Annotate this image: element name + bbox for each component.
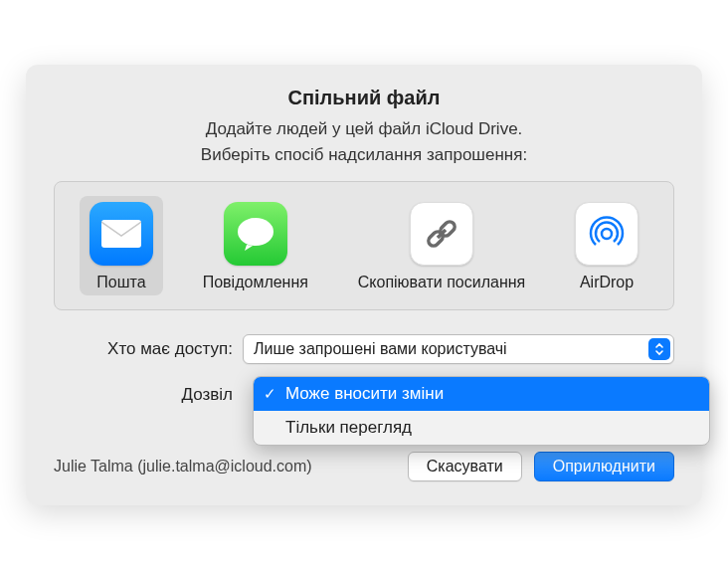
method-label: Пошта [96, 274, 145, 291]
current-user: Julie Talma (julie.talma@icloud.com) [54, 458, 396, 475]
method-label: Повідомлення [203, 274, 308, 291]
access-value: Лише запрошені вами користувачі [254, 340, 507, 358]
invite-methods-panel: Пошта Повідомлення Скопіювати посилання … [54, 181, 674, 310]
svg-point-4 [602, 229, 612, 239]
link-icon [410, 202, 473, 266]
method-airdrop[interactable]: AirDrop [565, 196, 648, 295]
share-button[interactable]: Оприлюднити [534, 452, 674, 481]
method-label: AirDrop [580, 274, 634, 291]
method-messages[interactable]: Повідомлення [193, 196, 318, 295]
permission-option-view-only[interactable]: Тільки перегляд [254, 411, 709, 445]
svg-rect-3 [439, 219, 456, 237]
cancel-button[interactable]: Скасувати [408, 452, 522, 481]
svg-point-1 [238, 218, 273, 246]
option-label: Може вносити зміни [285, 384, 444, 404]
method-label: Скопіювати посилання [358, 274, 526, 291]
dialog-footer: Julie Talma (julie.talma@icloud.com) Ска… [54, 452, 674, 481]
svg-rect-0 [101, 220, 141, 248]
permission-row: Дозвіл ✓ Може вносити зміни Тільки перег… [54, 378, 674, 412]
access-row: Хто має доступ: Лише запрошені вами кори… [54, 334, 674, 364]
dialog-title: Спільний файл [54, 87, 674, 109]
method-mail[interactable]: Пошта [80, 196, 163, 295]
option-label: Тільки перегляд [285, 418, 412, 438]
dialog-subtitle: Додайте людей у цей файл iCloud Drive. [54, 119, 674, 139]
permission-option-can-edit[interactable]: ✓ Може вносити зміни [254, 377, 709, 411]
access-label: Хто має доступ: [54, 339, 243, 359]
permission-dropdown: ✓ Може вносити зміни Тільки перегляд [253, 376, 710, 446]
permission-label: Дозвіл [54, 385, 243, 405]
access-popup[interactable]: Лише запрошені вами користувачі [243, 334, 674, 364]
messages-icon [224, 202, 287, 266]
mail-icon [90, 202, 153, 266]
method-copy-link[interactable]: Скопіювати посилання [348, 196, 536, 295]
chevron-updown-icon [648, 338, 670, 360]
airdrop-icon [575, 202, 638, 266]
dialog-instruction: Виберіть спосіб надсилання запрошення: [54, 145, 674, 165]
checkmark-icon: ✓ [264, 385, 276, 403]
share-file-dialog: Спільний файл Додайте людей у цей файл i… [26, 65, 702, 505]
